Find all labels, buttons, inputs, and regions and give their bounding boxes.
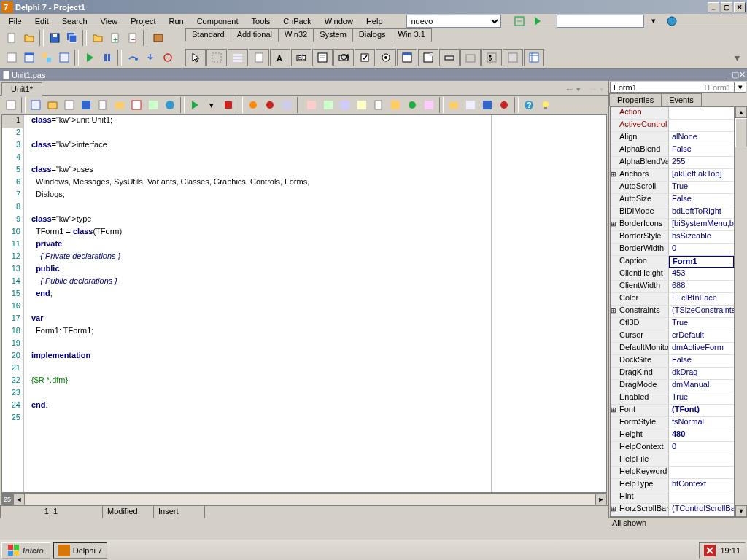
ct-icon[interactable]: [279, 97, 295, 113]
toolbar-globe-icon[interactable]: [664, 13, 681, 29]
palette-radiogroup[interactable]: [481, 49, 502, 66]
ct-stop-icon[interactable]: [220, 97, 236, 113]
code-editor[interactable]: 1234567891011121314151617181920212223242…: [1, 114, 607, 493]
new-form-icon[interactable]: [55, 50, 72, 66]
vertical-scrollbar[interactable]: ▲ ▼: [735, 106, 747, 517]
menu-component[interactable]: Component: [191, 15, 244, 27]
ct-icon[interactable]: [303, 97, 320, 113]
palette-actionlist[interactable]: [524, 49, 544, 66]
toolbar-icon-a[interactable]: [511, 13, 528, 29]
property-grid[interactable]: ActionActiveControlAlignalNoneAlphaBlend…: [610, 106, 735, 517]
save-icon[interactable]: [46, 30, 63, 46]
tab-events[interactable]: Events: [661, 93, 702, 106]
menu-tools[interactable]: Tools: [246, 15, 276, 27]
palette-mainmenu[interactable]: [228, 49, 248, 66]
toolbar-dropdown-icon[interactable]: ▾: [646, 13, 662, 29]
ct-icon[interactable]: [421, 97, 437, 113]
ct-bulb-icon[interactable]: [538, 97, 554, 113]
code-body[interactable]: class="kw">unit Unit1;class="kw">interfa…: [24, 115, 606, 492]
toggle-icon[interactable]: [38, 50, 55, 66]
ct-icon[interactable]: ▾: [204, 97, 220, 113]
nav-fwd-icon[interactable]: →: [588, 83, 598, 95]
nav-back-dd[interactable]: ▾: [576, 85, 581, 94]
ct-icon[interactable]: [496, 97, 512, 113]
open-icon[interactable]: [20, 30, 37, 46]
palette-groupbox[interactable]: [460, 49, 481, 66]
menu-edit[interactable]: Edit: [29, 15, 55, 27]
ct-icon[interactable]: [479, 97, 495, 113]
scroll-thumb[interactable]: [735, 118, 747, 147]
view-form-icon[interactable]: [20, 50, 37, 66]
palette-button[interactable]: OK: [333, 49, 354, 66]
palette-tab-additional[interactable]: Additional: [231, 28, 279, 42]
palette-label[interactable]: A: [270, 49, 290, 66]
remove-file-icon[interactable]: −: [124, 30, 141, 46]
add-file-icon[interactable]: +: [107, 30, 123, 46]
pause-icon[interactable]: [98, 50, 115, 66]
ct-icon[interactable]: [337, 97, 353, 113]
new-icon[interactable]: [3, 30, 20, 46]
start-button[interactable]: Inicio: [1, 542, 50, 559]
nav-back-icon[interactable]: ←: [565, 83, 575, 95]
close-button[interactable]: ✕: [734, 2, 746, 12]
horizontal-scrollbar[interactable]: 25 ◄ ►: [1, 493, 607, 505]
search-combo[interactable]: [557, 15, 644, 28]
minimize-button[interactable]: _: [708, 2, 719, 12]
menu-run[interactable]: Run: [163, 15, 189, 27]
ct-icon[interactable]: [404, 97, 420, 113]
palette-scrollbar[interactable]: [439, 49, 460, 66]
menu-search[interactable]: Search: [56, 15, 93, 27]
taskbar-app[interactable]: Delphi 7: [53, 542, 107, 559]
palette-memo[interactable]: [312, 49, 333, 66]
ct-icon[interactable]: [320, 97, 336, 113]
editor-maximize[interactable]: ▢: [732, 70, 739, 79]
menu-help[interactable]: Help: [360, 15, 389, 27]
palette-checkbox[interactable]: [355, 49, 375, 66]
palette-tab-dialogs[interactable]: Dialogs: [352, 28, 392, 42]
maximize-button[interactable]: ▢: [721, 2, 732, 12]
tray-antivirus-icon[interactable]: [704, 545, 716, 556]
ct-icon[interactable]: [145, 97, 161, 113]
view-unit-icon[interactable]: [3, 50, 20, 66]
scroll-left-icon[interactable]: ◄: [13, 494, 25, 505]
ct-run-icon[interactable]: [187, 97, 203, 113]
menu-file[interactable]: File: [3, 15, 28, 27]
ct-icon[interactable]: [354, 97, 370, 113]
menu-cnpack[interactable]: CnPack: [277, 15, 317, 27]
ct-icon[interactable]: [28, 97, 44, 113]
run-icon[interactable]: [81, 50, 98, 66]
ct-icon[interactable]: [462, 97, 479, 113]
menu-window[interactable]: Window: [319, 15, 359, 27]
scroll-down-icon[interactable]: ▼: [735, 505, 747, 517]
menu-view[interactable]: View: [95, 15, 124, 27]
ct-icon[interactable]: [112, 97, 128, 113]
ct-icon[interactable]: [262, 97, 278, 113]
ct-icon[interactable]: [44, 97, 61, 113]
step-out-icon[interactable]: [159, 50, 176, 66]
code-tab-unit1[interactable]: Unit1*: [1, 82, 42, 96]
editor-close[interactable]: ✕: [739, 70, 746, 79]
palette-scroll-right[interactable]: ▾: [735, 52, 744, 63]
ct-icon[interactable]: [446, 97, 462, 113]
palette-popupmenu[interactable]: [249, 49, 269, 66]
ct-icon[interactable]: [371, 97, 387, 113]
help-book-icon[interactable]: [150, 30, 166, 46]
palette-radio[interactable]: [376, 49, 396, 66]
scroll-right-icon[interactable]: ►: [595, 494, 607, 505]
palette-frames[interactable]: [206, 49, 227, 66]
nav-fwd-dd[interactable]: ▾: [600, 85, 604, 94]
ct-icon[interactable]: [95, 97, 111, 113]
gutter-toggle[interactable]: 25: [1, 494, 13, 505]
palette-combobox[interactable]: [418, 49, 438, 66]
menu-project[interactable]: Project: [125, 15, 161, 27]
open-project-icon[interactable]: [89, 30, 106, 46]
component-selector[interactable]: Form1 TForm1 ▾: [610, 82, 746, 93]
palette-edit[interactable]: ab|: [291, 49, 311, 66]
palette-tab-win31[interactable]: Win 3.1: [392, 28, 432, 42]
ct-icon[interactable]: [61, 97, 77, 113]
ct-help-icon[interactable]: ?: [521, 97, 537, 113]
ct-icon[interactable]: [245, 97, 261, 113]
ct-icon[interactable]: [128, 97, 144, 113]
step-over-icon[interactable]: [124, 50, 141, 66]
ct-icon[interactable]: [3, 97, 19, 113]
